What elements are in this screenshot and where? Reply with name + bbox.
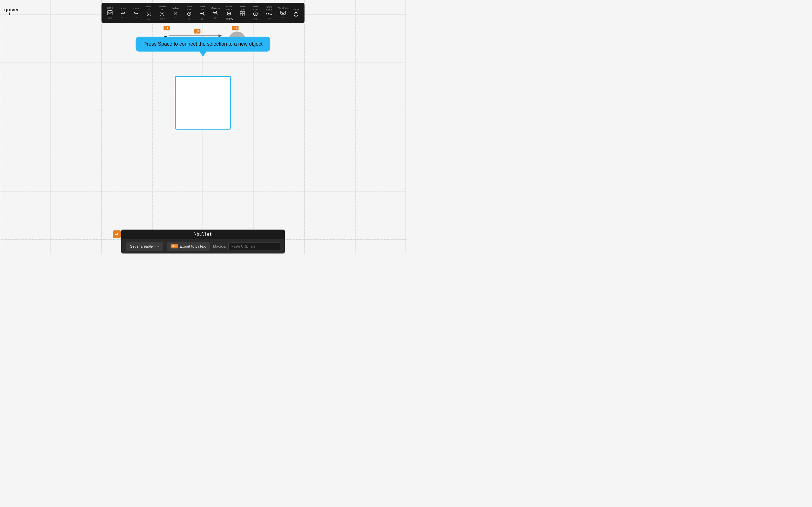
svg-text:i: i bbox=[255, 12, 256, 15]
zoom-in-icon bbox=[213, 10, 218, 16]
svg-point-13 bbox=[163, 12, 164, 13]
about-label: About bbox=[293, 8, 299, 11]
redo-button[interactable]: Redo ↪ ⇧⌘Z bbox=[130, 6, 142, 20]
centre-view-icon bbox=[187, 11, 192, 17]
svg-rect-37 bbox=[281, 12, 282, 13]
export-latex-button[interactable]: ⌘E Export to LaTeX bbox=[167, 242, 210, 251]
redo-label: Redo bbox=[133, 7, 139, 10]
delete-shortcut: ⌫ bbox=[174, 16, 177, 19]
zoom-out-icon bbox=[200, 11, 205, 17]
toolbar: Save www. ⌘S Undo ↩ ⌘Z Redo ↪ ⇧⌘Z Select… bbox=[101, 3, 305, 23]
delete-label: Delete bbox=[172, 7, 179, 10]
centre-view-shortcut: G bbox=[188, 18, 190, 20]
redo-shortcut: ⇧⌘Z bbox=[133, 16, 139, 19]
deselect-all-label: Deselect all bbox=[158, 5, 167, 11]
svg-rect-36 bbox=[281, 11, 286, 14]
svg-text:www.: www. bbox=[108, 11, 112, 14]
svg-rect-40 bbox=[282, 13, 284, 14]
reset-zoom-icon bbox=[226, 11, 232, 17]
hide-hints-button[interactable]: Hide hints i ⇧⌘H bbox=[249, 4, 262, 21]
latex-text: \bullet bbox=[126, 232, 280, 237]
svg-rect-28 bbox=[243, 11, 245, 13]
redo-icon: ↪ bbox=[134, 11, 138, 16]
svg-rect-39 bbox=[284, 12, 285, 13]
svg-line-24 bbox=[216, 13, 218, 15]
shortcuts-shortcut: ⌘/ bbox=[282, 16, 285, 19]
select-all-button[interactable]: Select all ⌘A bbox=[143, 4, 155, 22]
get-link-label: Get shareable link bbox=[130, 244, 159, 248]
shortcuts-label: Shortcuts bbox=[278, 7, 289, 10]
node-a-label: ;A bbox=[163, 26, 170, 31]
svg-line-20 bbox=[204, 15, 205, 16]
svg-point-34 bbox=[270, 13, 272, 15]
centre-view-label: Centre view bbox=[185, 5, 194, 11]
app-logo[interactable]: quiver bbox=[4, 4, 27, 18]
node-s: ;S bbox=[194, 29, 200, 34]
deselect-all-shortcut: ⇧⌘A bbox=[159, 18, 165, 20]
delete-icon: ✕ bbox=[173, 11, 177, 16]
svg-point-12 bbox=[160, 12, 161, 13]
centre-view-button[interactable]: Centre view G bbox=[183, 4, 196, 21]
reset-zoom-label: Reset zoom bbox=[224, 5, 234, 10]
about-button[interactable]: About i bbox=[290, 7, 302, 19]
undo-button[interactable]: Undo ↩ ⌘Z bbox=[117, 6, 129, 20]
svg-point-14 bbox=[160, 15, 161, 16]
hide-hints-shortcut: ⇧⌘H bbox=[253, 18, 259, 20]
export-shortcut: ⌘E bbox=[170, 244, 178, 248]
zoom-out-label: Zoom out bbox=[198, 5, 207, 11]
node-d-label: ;D bbox=[232, 26, 239, 31]
deselect-all-button[interactable]: Deselect all ⇧⌘A bbox=[156, 4, 169, 21]
svg-marker-3 bbox=[9, 14, 10, 15]
select-all-icon bbox=[146, 12, 151, 18]
zoom-out-shortcut: ⌘- bbox=[201, 18, 204, 20]
select-all-label: Select all bbox=[145, 5, 153, 11]
svg-point-7 bbox=[147, 12, 148, 13]
about-icon: i bbox=[294, 12, 299, 18]
hide-grid-shortcut: H bbox=[242, 18, 244, 20]
save-shortcut: ⌘S bbox=[108, 17, 112, 19]
svg-point-8 bbox=[150, 12, 151, 13]
svg-point-11 bbox=[161, 13, 163, 14]
bottom-bar: ↵ \bullet Get shareable link ⌘E Export t… bbox=[121, 230, 285, 253]
node-s-label: ;S bbox=[194, 29, 200, 34]
select-all-shortcut: ⌘A bbox=[147, 18, 151, 21]
show-queue-shortcut: ⌘/ bbox=[268, 17, 271, 20]
macros-input[interactable] bbox=[229, 242, 280, 250]
zoom-out-button[interactable]: Zoom out ⌘- bbox=[196, 4, 209, 21]
svg-point-17 bbox=[189, 13, 190, 14]
show-queue-button[interactable]: Show queue ⌘/ bbox=[262, 4, 276, 21]
reset-zoom-button[interactable]: Reset zoom 141% bbox=[222, 4, 236, 22]
get-link-button[interactable]: Get shareable link bbox=[126, 242, 163, 251]
zoom-in-shortcut: ⌘= bbox=[214, 17, 217, 19]
shortcuts-button[interactable]: Shortcuts ⌘/ bbox=[277, 6, 289, 20]
svg-point-6 bbox=[148, 14, 149, 15]
tooltip-bubble: Press Space to connect the selection to … bbox=[136, 37, 270, 52]
show-queue-icon bbox=[266, 11, 272, 17]
svg-point-15 bbox=[163, 15, 164, 16]
svg-text:quiver: quiver bbox=[4, 7, 19, 13]
zoom-value: 141% bbox=[225, 17, 233, 20]
zoom-in-button[interactable]: Zoom in ⌘= bbox=[209, 6, 221, 20]
deselect-all-icon bbox=[160, 11, 165, 17]
save-label: Save bbox=[107, 6, 113, 10]
latex-bar: ↵ \bullet bbox=[121, 230, 285, 239]
svg-point-9 bbox=[147, 15, 148, 16]
svg-text:i: i bbox=[296, 13, 296, 16]
shortcuts-icon bbox=[280, 10, 286, 16]
macros-label: Macros: bbox=[213, 244, 226, 248]
undo-shortcut: ⌘Z bbox=[121, 16, 125, 19]
save-button[interactable]: Save www. ⌘S bbox=[104, 5, 116, 20]
export-label: Export to LaTeX bbox=[180, 244, 206, 248]
delete-button[interactable]: Delete ✕ ⌫ bbox=[169, 6, 182, 20]
svg-point-33 bbox=[267, 13, 269, 15]
hide-hints-label: Hide hints bbox=[251, 5, 260, 11]
return-button[interactable]: ↵ bbox=[113, 230, 121, 238]
undo-label: Undo bbox=[120, 7, 126, 10]
new-object-box[interactable] bbox=[175, 76, 231, 129]
hide-grid-icon bbox=[240, 11, 245, 17]
hide-grid-button[interactable]: Hide grid H bbox=[236, 4, 249, 21]
tooltip-text: Press Space to connect the selection to … bbox=[144, 41, 262, 47]
show-queue-label: Show queue bbox=[264, 6, 274, 11]
zoom-in-label: Zoom in bbox=[211, 7, 220, 10]
svg-point-10 bbox=[150, 15, 151, 16]
